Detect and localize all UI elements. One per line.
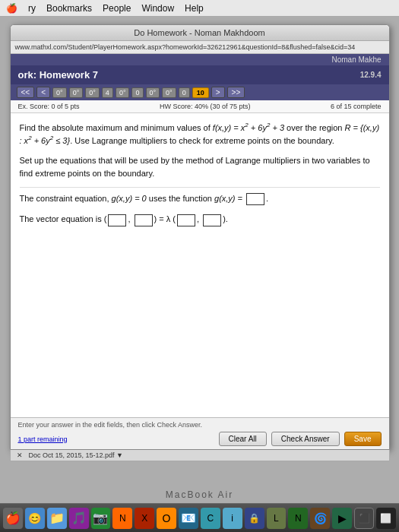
buttons-row: 1 part remaining Clear All Check Answer … [18,432,382,446]
ex-score: Ex. Score: 0 of 5 pts [18,103,80,110]
vector-eq-eq: = λ [159,214,170,223]
constraint-label: The constraint equation, g(x,y) = 0 uses… [20,194,243,203]
constraint-input[interactable] [246,193,264,205]
score-row: Ex. Score: 0 of 5 pts HW Score: 40% (30 … [11,100,389,113]
nav-q8[interactable]: 0° [162,87,176,98]
vector-input-3[interactable] [177,214,195,226]
hw-score: HW Score: 40% (30 of 75 pts) [160,103,251,110]
taskbar-icon-folder[interactable]: 📁 [47,508,67,529]
taskbar-icon-app4[interactable]: X [135,508,154,529]
nav-q1[interactable]: 0° [52,87,67,98]
nav-q4[interactable]: 4 [102,87,113,98]
menu-ry[interactable]: ry [28,3,36,14]
desktop: 🍎 ry Bookmarks People Window Help Do Hom… [0,0,399,532]
hw-bottom: Enter your answer in the edit fields, th… [11,417,389,449]
taskbar-icon-finder[interactable]: 😊 [25,508,45,529]
url-text: www.mathxl.com/Student/PlayerHomework.as… [15,43,356,51]
question-text-1: Find the absolute maximum and minimum va… [20,121,380,147]
taskbar-icon-app5[interactable]: O [157,508,176,529]
nav-q6[interactable]: 0 [131,87,143,98]
menu-help[interactable]: Help [185,3,204,14]
address-bar[interactable]: www.mathxl.com/Student/PlayerHomework.as… [11,41,389,54]
doc-tab-close[interactable]: ✕ [17,451,23,459]
constraint-row: The constraint equation, g(x,y) = 0 uses… [20,192,380,205]
nav-q2[interactable]: 0° [69,87,84,98]
menu-bookmarks[interactable]: Bookmarks [46,3,92,14]
homework-container: ork: Homework 7 12.9.4 << < 0° 0° 0° 4 0… [11,65,389,449]
taskbar-icon-app10[interactable]: L [267,508,287,529]
taskbar-icon-app13[interactable]: ▶ [332,508,352,529]
taskbar-icon-app6[interactable]: 📧 [179,508,198,529]
divider-1 [20,187,380,188]
taskbar-icon-app14[interactable]: ⬛ [354,508,374,529]
taskbar-icon-apple[interactable]: 🍎 [3,508,23,529]
taskbar: 🍎 😊 📁 🎵 📷 N X O 📧 C i 🔒 L N 🌀 ▶ ⬛ ⬜ [0,503,399,532]
menu-window[interactable]: Window [141,3,174,14]
menu-apple[interactable]: 🍎 [6,3,17,14]
vector-row: The vector equation is ( , ) = λ ( , ). [20,213,380,226]
nav-q9[interactable]: 0 [179,87,190,98]
username: Noman Makhe [331,55,381,64]
menu-bar: 🍎 ry Bookmarks People Window Help [0,0,399,17]
taskbar-icon-app3[interactable]: N [112,508,132,529]
question-text-2: Set up the equations that will be used b… [20,154,380,179]
vector-label: The vector equation is [20,214,102,223]
taskbar-icon-app7[interactable]: C [201,508,220,529]
taskbar-icon-app1[interactable]: 🎵 [69,508,89,529]
taskbar-icon-app12[interactable]: 🌀 [310,508,330,529]
progress: 6 of 15 complete [331,103,382,110]
check-answer-button[interactable]: Check Answer [271,432,340,446]
doc-tab-bar: ✕ Doc Oct 15, 2015, 15-12.pdf ▼ [10,450,390,461]
taskbar-icon-app8[interactable]: i [223,508,242,529]
hw-topbar: ork: Homework 7 12.9.4 [11,65,389,84]
vector-input-1[interactable] [108,214,126,226]
nav-q5[interactable]: 0° [116,87,130,98]
user-bar: Noman Makhe [11,54,389,65]
nav-first-btn[interactable]: << [17,87,35,98]
hw-topbar-score: 12.9.4 [360,71,382,79]
macbook-label: MacBook Air [166,489,233,500]
taskbar-icon-app15[interactable]: ⬜ [376,508,396,529]
nav-next-btn[interactable]: > [211,87,225,98]
menu-people[interactable]: People [103,3,131,14]
nav-q3[interactable]: 0° [85,87,100,98]
hint-text: Enter your answer in the edit fields, th… [18,421,382,429]
browser-titlebar: Do Homework - Noman Makhdoom [11,25,389,41]
nav-prev-btn[interactable]: < [36,87,50,98]
vector-input-2[interactable] [135,214,153,226]
nav-q7[interactable]: 0° [146,87,160,98]
save-button[interactable]: Save [344,432,382,446]
nav-current[interactable]: 10 [192,87,209,98]
clear-all-button[interactable]: Clear All [219,432,267,446]
nav-last-btn[interactable]: >> [227,87,245,98]
doc-tab-label[interactable]: Doc Oct 15, 2015, 15-12.pdf ▼ [29,451,123,459]
browser-window: Do Homework - Noman Makhdoom www.mathxl.… [10,24,390,450]
taskbar-icon-app2[interactable]: 📷 [91,508,111,529]
hw-title: ork: Homework 7 [18,69,98,81]
part-remaining: 1 part remaining [18,435,68,443]
vector-input-4[interactable] [203,214,221,226]
page-title: Do Homework - Noman Makhdoom [134,28,264,37]
hw-nav: << < 0° 0° 0° 4 0° 0 0° 0° 0 10 > >> [11,84,389,100]
question-area: Find the absolute maximum and minimum va… [11,113,389,417]
taskbar-icon-app11[interactable]: N [288,508,308,529]
taskbar-icon-app9[interactable]: 🔒 [245,508,264,529]
